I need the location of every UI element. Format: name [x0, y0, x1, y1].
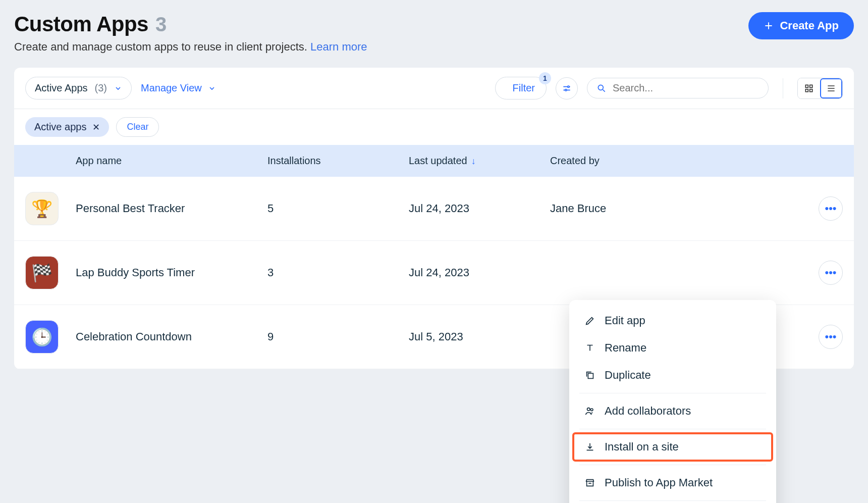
svg-point-0: [568, 86, 569, 87]
create-app-button[interactable]: Create App: [748, 12, 854, 39]
page-title: Custom Apps: [14, 12, 148, 36]
app-icon: 🕒: [25, 320, 59, 354]
row-actions-button[interactable]: •••: [819, 325, 843, 349]
svg-point-1: [565, 89, 567, 90]
svg-rect-7: [588, 373, 593, 378]
column-app-name[interactable]: App name: [76, 155, 267, 167]
page-subtitle: Create and manage custom apps to reuse i…: [14, 40, 367, 54]
svg-rect-4: [810, 85, 812, 87]
manage-view-button[interactable]: Manage View: [141, 82, 216, 94]
divider: [783, 78, 783, 98]
filter-button[interactable]: Filter 1: [495, 77, 547, 99]
app-icon: 🏆: [25, 192, 59, 225]
page-title-count: 3: [155, 13, 167, 36]
filter-count-badge: 1: [539, 72, 551, 84]
table-row[interactable]: 🏁 Lap Buddy Sports Timer 3 Jul 24, 2023 …: [14, 241, 854, 305]
store-icon: [584, 477, 595, 488]
users-icon: [584, 406, 595, 417]
menu-divider: [579, 500, 766, 501]
view-select[interactable]: Active Apps (3): [25, 77, 132, 99]
more-icon: •••: [825, 202, 836, 215]
svg-rect-3: [805, 85, 808, 87]
search-input-container[interactable]: [587, 78, 769, 98]
view-select-label: Active Apps: [35, 82, 88, 94]
filter-chip-active-apps[interactable]: Active apps ✕: [25, 117, 109, 137]
view-select-count: (3): [95, 82, 107, 94]
row-actions-button[interactable]: •••: [819, 261, 843, 285]
menu-add-collaborators[interactable]: Add collaborators: [569, 397, 776, 425]
close-icon[interactable]: ✕: [92, 122, 100, 133]
menu-install-on-site[interactable]: Install on a site: [569, 433, 776, 461]
svg-point-8: [587, 408, 590, 411]
table-row[interactable]: 🏆 Personal Best Tracker 5 Jul 24, 2023 J…: [14, 177, 854, 241]
created-by-value: Jane Bruce: [550, 202, 792, 215]
search-icon: [596, 83, 607, 93]
pencil-icon: [584, 315, 595, 326]
list-view-button[interactable]: [820, 78, 842, 98]
last-updated-value: Jul 5, 2023: [409, 330, 550, 343]
view-toggle: [797, 78, 843, 99]
copy-icon: [584, 370, 595, 381]
last-updated-value: Jul 24, 2023: [409, 202, 550, 215]
more-icon: •••: [825, 266, 836, 279]
context-menu: Edit app Rename Duplicate Add collaborat…: [569, 300, 776, 503]
chevron-down-icon: [114, 84, 122, 92]
page-header: Custom Apps 3 Create and manage custom a…: [14, 12, 854, 54]
learn-more-link[interactable]: Learn more: [310, 40, 367, 53]
menu-rename[interactable]: Rename: [569, 334, 776, 362]
filter-chips-row: Active apps ✕ Clear: [14, 109, 854, 145]
table-header: App name Installations Last updated↓ Cre…: [14, 145, 854, 177]
toolbar: Active Apps (3) Manage View Filter 1: [14, 68, 854, 109]
text-icon: [584, 342, 595, 354]
menu-divider: [579, 465, 766, 465]
last-updated-value: Jul 24, 2023: [409, 266, 550, 279]
row-actions-button[interactable]: •••: [819, 196, 843, 221]
installations-value: 5: [267, 202, 409, 215]
more-icon: •••: [825, 330, 836, 343]
installations-value: 3: [267, 266, 409, 279]
clear-filters-button[interactable]: Clear: [116, 117, 159, 137]
app-name: Celebration Countdown: [76, 330, 267, 343]
grid-view-button[interactable]: [798, 78, 820, 98]
svg-rect-5: [805, 89, 808, 91]
svg-rect-6: [810, 89, 812, 91]
svg-point-2: [598, 85, 603, 90]
sliders-icon: [562, 83, 572, 93]
plus-icon: [764, 21, 774, 31]
menu-publish-app-market[interactable]: Publish to App Market: [569, 469, 776, 496]
installations-value: 9: [267, 330, 409, 343]
svg-point-9: [590, 409, 593, 411]
chevron-down-icon: [208, 84, 216, 92]
search-input[interactable]: [613, 82, 759, 94]
list-icon: [826, 83, 836, 93]
download-icon: [584, 441, 595, 452]
sort-descending-icon: ↓: [471, 156, 476, 166]
grid-icon: [804, 83, 814, 93]
app-icon: 🏁: [25, 256, 59, 289]
column-last-updated[interactable]: Last updated↓: [409, 155, 550, 167]
menu-edit-app[interactable]: Edit app: [569, 307, 776, 334]
column-created-by[interactable]: Created by: [550, 155, 792, 167]
menu-divider: [579, 429, 766, 429]
settings-button[interactable]: [556, 77, 578, 99]
column-installations[interactable]: Installations: [267, 155, 409, 167]
menu-duplicate[interactable]: Duplicate: [569, 362, 776, 389]
app-name: Personal Best Tracker: [76, 202, 267, 215]
menu-divider: [579, 393, 766, 393]
app-name: Lap Buddy Sports Timer: [76, 266, 267, 279]
